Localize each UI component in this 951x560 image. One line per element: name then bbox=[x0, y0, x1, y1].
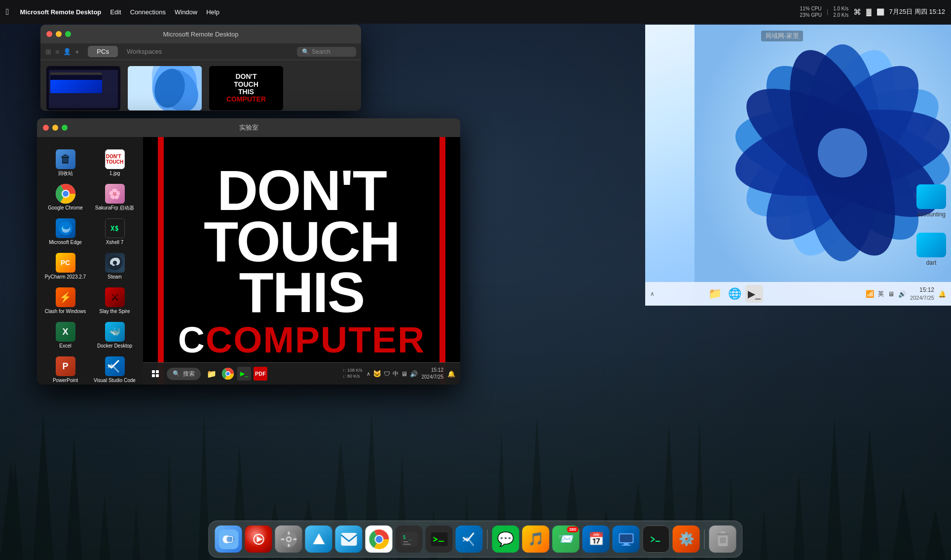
desktop-icon-slay[interactable]: ⚔ Slay the Spire bbox=[91, 285, 138, 317]
network-stat: 1.0 K/s 2.0 K/s bbox=[833, 5, 848, 18]
win11-notification-icon[interactable]: 🔔 bbox=[938, 290, 946, 298]
desktop-icon-jpg[interactable]: DON'TTOUCH 1.jpg bbox=[91, 147, 138, 179]
menu-connections[interactable]: Connections bbox=[130, 8, 166, 16]
win-taskbar-right: ↑: 108 K/s ↓: 80 K/s ∧ 🐱 🛡 中 🖥 🔊 15:12 2… bbox=[342, 367, 455, 381]
dock-vscode[interactable] bbox=[456, 525, 483, 553]
pc-thumbnail-home bbox=[46, 66, 120, 110]
folder-accounting[interactable]: accounting bbox=[916, 184, 946, 218]
list-view-icon[interactable]: ≡ bbox=[55, 48, 59, 56]
sakura-icon: 🌸 bbox=[105, 184, 125, 204]
lab-close-button[interactable] bbox=[43, 125, 49, 131]
desktop-icon-clash[interactable]: ⚡ Clash for Windows bbox=[42, 285, 89, 317]
maximize-button[interactable] bbox=[65, 31, 71, 37]
win11-remote-window: accounting dart ∧ 📁 🌐 ▶_ bbox=[645, 25, 951, 306]
dock-trash[interactable] bbox=[709, 525, 736, 553]
menu-edit[interactable]: Edit bbox=[110, 8, 121, 16]
dock-outlook[interactable]: 📅 bbox=[583, 525, 610, 553]
grid-view-icon[interactable]: ⊞ bbox=[45, 48, 51, 56]
date-time-label[interactable]: 7月25日 周四 15:12 bbox=[889, 7, 945, 16]
dock-wechat[interactable]: 💬 bbox=[492, 525, 519, 553]
recycle-label: 回收站 bbox=[58, 171, 73, 176]
desktop-icon-chrome[interactable]: Google Chrome bbox=[42, 181, 89, 213]
dock-terminal[interactable] bbox=[426, 525, 453, 553]
locale-label: 局域网-家里 bbox=[761, 31, 803, 41]
dock-mrd[interactable] bbox=[613, 525, 640, 553]
desktop-icon-pycharm[interactable]: PC PyCharm 2023.2.7 bbox=[42, 250, 89, 282]
mrd-pc-list: 家里 pmzz 局域网-家里 pmzz DON'T bbox=[40, 60, 361, 111]
win-chevron-icon[interactable]: ∧ bbox=[366, 371, 370, 377]
desktop-icon-recycle[interactable]: 🗑 回收站 bbox=[42, 147, 89, 179]
svg-rect-50 bbox=[717, 533, 729, 535]
svg-point-20 bbox=[108, 255, 122, 270]
win-taskbar-pdf[interactable]: PDF bbox=[254, 367, 267, 381]
win11-chevron-icon[interactable]: ∧ bbox=[650, 290, 655, 297]
dock-messages[interactable]: 📨 380 bbox=[552, 525, 580, 553]
dock-launchpad[interactable] bbox=[245, 525, 272, 553]
dock-settings[interactable]: ⚙️ bbox=[673, 525, 700, 553]
chrome-label: Google Chrome bbox=[48, 205, 83, 211]
pc-card-home[interactable]: 家里 pmzz bbox=[46, 66, 120, 111]
lab-minimize-button[interactable] bbox=[52, 125, 58, 131]
win11-taskicon-explorer[interactable]: 📁 bbox=[706, 285, 724, 303]
svg-rect-34 bbox=[288, 544, 290, 547]
dock-mail[interactable] bbox=[335, 525, 363, 553]
vscode-icon bbox=[105, 356, 125, 376]
dock-system-prefs[interactable] bbox=[275, 525, 302, 553]
folder-dart-label: dart bbox=[926, 259, 937, 266]
lab-maximize-button[interactable] bbox=[62, 125, 68, 131]
win11-taskicon-terminal[interactable]: ▶_ bbox=[745, 285, 763, 303]
desktop-icon-ppt[interactable]: P PowerPoint bbox=[42, 354, 89, 385]
win-taskbar-date: 2024/7/25 bbox=[422, 374, 444, 381]
desktop-icon-xshell[interactable]: X$ Xshell 7 bbox=[91, 216, 138, 248]
win-search-bar[interactable]: 🔍 搜索 bbox=[167, 368, 201, 380]
menu-window[interactable]: Window bbox=[175, 8, 197, 16]
svg-marker-29 bbox=[256, 536, 262, 542]
pc-thumbnail-lab: DON'T TOUCH THIS COMPUTER bbox=[209, 66, 283, 110]
win11-date: 2024/7/25 bbox=[910, 294, 934, 302]
folder-dart[interactable]: dart bbox=[916, 233, 946, 266]
win11-clock: 15:12 2024/7/25 bbox=[910, 286, 934, 302]
menubar-right: 11% CPU 23% GPU | 1.0 K/s 2.0 K/s ⌘ ▓ ⬜ … bbox=[800, 5, 945, 18]
svg-rect-43 bbox=[438, 541, 444, 542]
svg-point-32 bbox=[287, 538, 290, 541]
tab-workspaces[interactable]: Workspaces bbox=[118, 46, 171, 57]
win-taskbar-terminal[interactable]: ▶_ bbox=[237, 367, 251, 381]
desktop-icon-sakura[interactable]: 🌸 SakuraFrp 启动器 bbox=[91, 181, 138, 213]
vscode-label: Visual Studio Code bbox=[94, 378, 136, 384]
win-taskbar-chrome[interactable] bbox=[221, 367, 235, 381]
dock-chrome[interactable] bbox=[366, 525, 393, 553]
dock-qq-music[interactable]: 🎵 bbox=[522, 525, 549, 553]
desktop-icon-excel[interactable]: X Excel bbox=[42, 319, 89, 351]
mrd-search-bar[interactable]: 🔍 Search bbox=[297, 47, 356, 57]
dock-iterm[interactable]: $ _ bbox=[396, 525, 423, 553]
apple-logo-icon[interactable]:  bbox=[6, 7, 9, 17]
win-start-button[interactable] bbox=[148, 366, 163, 381]
tab-pcs[interactable]: PCs bbox=[88, 46, 118, 57]
desktop-icon-vscode[interactable]: Visual Studio Code bbox=[91, 354, 138, 385]
minimize-button[interactable] bbox=[56, 31, 62, 37]
win-taskbar-explorer[interactable]: 📁 bbox=[205, 367, 219, 381]
dock-finder[interactable] bbox=[215, 525, 242, 553]
app-name-label[interactable]: Microsoft Remote Desktop bbox=[20, 8, 102, 16]
desktop-icon-docker[interactable]: 🐳 Docker Desktop bbox=[91, 319, 138, 351]
desktop-icon-steam[interactable]: Steam bbox=[91, 250, 138, 282]
win11-time: 15:12 bbox=[910, 286, 934, 294]
dont-line4: CCOMPUTER bbox=[178, 323, 425, 357]
battery-icon: ▓ bbox=[866, 8, 871, 16]
pc-card-localnet[interactable]: 局域网-家里 pmzz bbox=[128, 66, 202, 111]
win11-taskicon-edge[interactable]: 🌐 bbox=[726, 285, 743, 303]
win-notification-bell[interactable]: 🔔 bbox=[447, 370, 455, 378]
win-taskbar-clock: 15:12 2024/7/25 bbox=[422, 367, 444, 381]
svg-point-39 bbox=[375, 536, 382, 543]
dock-app-store[interactable] bbox=[305, 525, 332, 553]
dock-terminal-2[interactable] bbox=[643, 525, 670, 553]
win-net-up: ↑: 108 K/s bbox=[342, 368, 362, 374]
close-button[interactable] bbox=[46, 31, 52, 37]
pc-card-lab[interactable]: DON'T TOUCH THIS COMPUTER 实验室 pmzz bbox=[209, 66, 283, 111]
ppt-label: PowerPoint bbox=[53, 378, 78, 384]
desktop-icon-edge[interactable]: Microsoft Edge bbox=[42, 216, 89, 248]
add-icon[interactable]: + bbox=[75, 48, 79, 56]
user-icon[interactable]: 👤 bbox=[63, 48, 71, 55]
menu-help[interactable]: Help bbox=[206, 8, 219, 16]
jpg-icon: DON'TTOUCH bbox=[105, 149, 125, 169]
